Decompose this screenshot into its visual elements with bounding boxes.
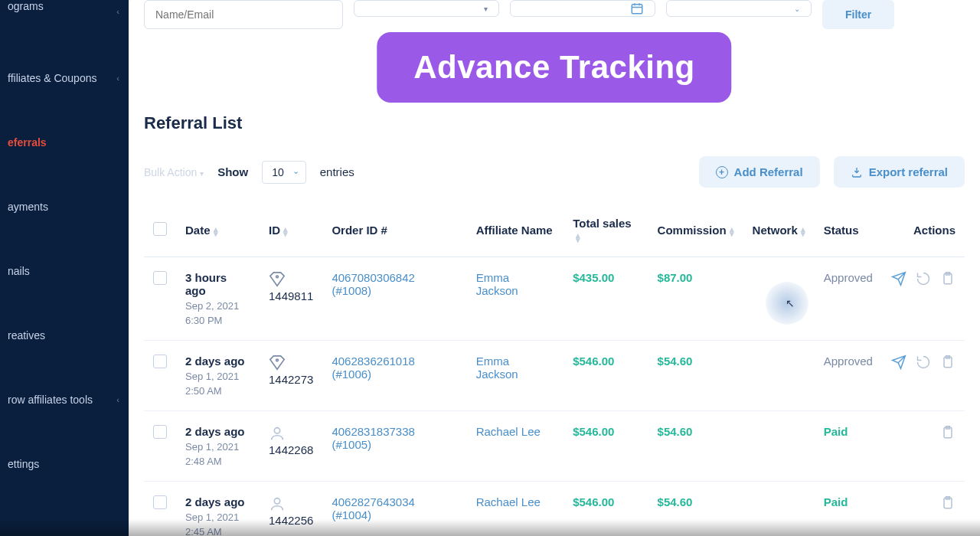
filter-button[interactable]: Filter bbox=[822, 0, 894, 29]
select-all-checkbox[interactable] bbox=[153, 222, 167, 236]
order-link[interactable]: 4062831837338 (#1005) bbox=[332, 425, 414, 451]
network-value bbox=[743, 411, 815, 482]
svg-rect-0 bbox=[632, 5, 642, 14]
send-icon[interactable] bbox=[891, 271, 906, 286]
commission-value: $54.60 bbox=[658, 425, 693, 438]
affiliate-link[interactable]: Rachael Lee bbox=[476, 495, 541, 508]
network-value bbox=[743, 257, 815, 341]
sidebar-item-affiliates-coupons[interactable]: ffiliates & Coupons ‹ bbox=[0, 61, 129, 95]
status-badge: Approved bbox=[824, 271, 873, 284]
table-toolbar: Bulk Action ▾ Show 10 ⌄ entries + Add Re… bbox=[144, 156, 965, 188]
referral-id: 1442273 bbox=[269, 373, 313, 386]
date-relative: 2 days ago bbox=[185, 355, 250, 368]
col-commission[interactable]: Commission▴▾ bbox=[648, 203, 743, 257]
table-row: 3 hours agoSep 2, 20216:30 PM 1449811 40… bbox=[144, 257, 965, 341]
bulk-action-dropdown[interactable]: Bulk Action ▾ bbox=[144, 166, 204, 178]
status-badge: Paid bbox=[824, 495, 848, 508]
row-checkbox[interactable] bbox=[153, 495, 167, 509]
clip-icon[interactable] bbox=[940, 495, 956, 511]
sidebar-item-label: ffiliates & Coupons bbox=[8, 72, 96, 84]
order-link[interactable]: 4062827643034 (#1004) bbox=[332, 495, 414, 521]
page-title: Referral List bbox=[144, 113, 965, 133]
total-sales-value: $435.00 bbox=[573, 271, 614, 284]
sidebar-item-settings[interactable]: ettings bbox=[0, 447, 129, 481]
date-absolute: Sep 2, 2021 bbox=[185, 300, 250, 312]
row-checkbox[interactable] bbox=[153, 271, 167, 285]
table-row: 2 days agoSep 1, 20212:48 AM 1442268 406… bbox=[144, 411, 965, 482]
row-checkbox[interactable] bbox=[153, 355, 167, 368]
clip-icon[interactable] bbox=[940, 425, 956, 440]
date-absolute: Sep 1, 2021 bbox=[185, 511, 250, 523]
sort-icon: ▴▾ bbox=[283, 227, 288, 236]
col-affiliate-name[interactable]: Affiliate Name bbox=[467, 203, 564, 257]
undo-icon[interactable] bbox=[916, 355, 931, 370]
col-id[interactable]: ID▴▾ bbox=[260, 203, 322, 257]
undo-icon[interactable] bbox=[916, 271, 931, 286]
sidebar-item-payments[interactable]: ayments bbox=[0, 190, 129, 224]
bulk-action-label: Bulk Action bbox=[144, 166, 197, 178]
export-referral-button[interactable]: Export referral bbox=[834, 156, 965, 188]
chevron-left-icon: ‹ bbox=[116, 7, 119, 16]
overlay-badge: Advance Tracking bbox=[377, 32, 731, 103]
date-relative: 2 days ago bbox=[185, 495, 250, 508]
entries-value: 10 bbox=[272, 166, 284, 178]
user-icon bbox=[269, 425, 313, 442]
sidebar-item-label: ettings bbox=[8, 458, 39, 470]
date-time: 2:45 AM bbox=[185, 526, 250, 536]
filter-dropdown-1[interactable]: ▾ bbox=[354, 0, 499, 17]
col-order-id[interactable]: Order ID # bbox=[322, 203, 466, 257]
table-row: 2 days agoSep 1, 20212:50 AM 1442273 406… bbox=[144, 341, 965, 411]
add-referral-label: Add Referral bbox=[734, 165, 803, 178]
name-email-input[interactable] bbox=[144, 0, 343, 29]
sort-icon: ▴▾ bbox=[801, 227, 805, 236]
entries-label: entries bbox=[320, 165, 354, 178]
sidebar-item-label: ayments bbox=[8, 201, 48, 213]
show-label: Show bbox=[217, 165, 248, 178]
add-referral-button[interactable]: + Add Referral bbox=[699, 156, 820, 188]
svg-point-7 bbox=[274, 498, 279, 504]
order-link[interactable]: 4067080306842 (#1008) bbox=[332, 271, 414, 297]
chevron-down-icon: ⌄ bbox=[292, 166, 299, 176]
order-link[interactable]: 4062836261018 (#1006) bbox=[332, 355, 414, 381]
date-absolute: Sep 1, 2021 bbox=[185, 371, 250, 382]
sidebar-item-referrals[interactable]: eferrals bbox=[0, 126, 129, 159]
clip-icon[interactable] bbox=[940, 271, 956, 286]
filter-dropdown-2[interactable]: ⌄ bbox=[666, 0, 812, 17]
svg-point-1 bbox=[276, 276, 279, 278]
sort-icon: ▴▾ bbox=[214, 227, 218, 236]
svg-point-5 bbox=[274, 428, 279, 433]
affiliate-link[interactable]: Emma Jackson bbox=[476, 355, 518, 381]
commission-value: $54.60 bbox=[658, 355, 693, 368]
affiliate-link[interactable]: Rachael Lee bbox=[476, 425, 541, 438]
date-absolute: Sep 1, 2021 bbox=[185, 441, 250, 453]
clip-icon[interactable] bbox=[940, 355, 956, 370]
filter-date-input[interactable] bbox=[510, 0, 655, 17]
chevron-down-icon: ⌄ bbox=[794, 5, 800, 13]
date-time: 2:50 AM bbox=[185, 385, 250, 397]
affiliate-link[interactable]: Emma Jackson bbox=[476, 271, 518, 297]
col-date[interactable]: Date▴▾ bbox=[176, 203, 260, 257]
col-status[interactable]: Status bbox=[815, 203, 882, 257]
date-time: 6:30 PM bbox=[185, 315, 250, 326]
calendar-icon bbox=[630, 2, 644, 15]
sidebar-item-programs[interactable]: ograms ‹ bbox=[0, 0, 129, 23]
referral-id: 1442268 bbox=[269, 443, 313, 456]
sidebar-item-label: row affiliates tools bbox=[8, 394, 93, 406]
entries-select[interactable]: 10 ⌄ bbox=[262, 161, 306, 184]
row-checkbox[interactable] bbox=[153, 425, 167, 439]
col-total-sales[interactable]: Total sales▴▾ bbox=[564, 203, 648, 257]
referral-table: Date▴▾ ID▴▾ Order ID # Affiliate Name To… bbox=[144, 203, 965, 536]
sidebar-item-grow-affiliate-tools[interactable]: row affiliates tools ‹ bbox=[0, 383, 129, 417]
sort-icon: ▴▾ bbox=[576, 233, 580, 242]
export-icon bbox=[851, 166, 863, 178]
date-relative: 3 hours ago bbox=[185, 271, 250, 297]
send-icon[interactable] bbox=[891, 355, 906, 370]
sidebar-item-emails[interactable]: nails bbox=[0, 254, 129, 288]
sort-icon: ▴▾ bbox=[730, 227, 734, 236]
col-network[interactable]: Network▴▾ bbox=[743, 203, 815, 257]
sidebar-item-creatives[interactable]: reatives bbox=[0, 319, 129, 352]
network-value bbox=[743, 341, 815, 411]
total-sales-value: $546.00 bbox=[573, 495, 614, 508]
commission-value: $54.60 bbox=[658, 495, 693, 508]
sidebar-item-label: reatives bbox=[8, 329, 45, 342]
